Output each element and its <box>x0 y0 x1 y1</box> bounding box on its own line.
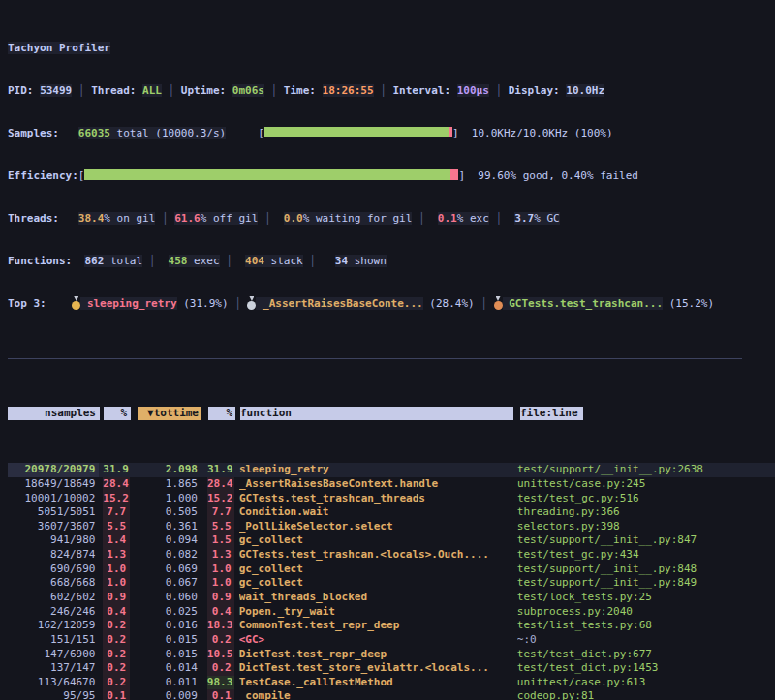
threads-line: Threads: 38.4% on gil │ 61.6% off gil │ … <box>8 212 775 227</box>
profile-table-body: 20978/2097931.92.09831.9sleeping_retryte… <box>8 463 775 700</box>
pct-direct-cell: 1.4 <box>103 533 130 548</box>
nsamples-cell: 95/95 <box>8 689 99 700</box>
pct-cumulative-cell: 31.9 <box>207 463 234 477</box>
table-row[interactable]: 113/646700.20.01198.3TestCase._callTestM… <box>8 676 775 690</box>
tottime-cell: 0.060 <box>137 591 200 605</box>
function-cell: DictTest.test_store_evilattr.<locals... <box>239 661 511 676</box>
table-row[interactable]: 3607/36075.50.3615.5_PollLikeSelector.se… <box>8 520 775 534</box>
tottime-cell: 0.015 <box>137 633 200 648</box>
nsamples-cell: 137/147 <box>8 661 99 676</box>
nsamples-cell: 941/980 <box>8 533 99 548</box>
file-line-cell: test/lock_tests.py:25 <box>517 591 775 605</box>
top3-line: Top 3: sleeping_retry (31.9%) │ _AssertR… <box>8 297 775 312</box>
function-cell: gc_collect <box>239 533 511 548</box>
pct-direct-cell: 0.9 <box>103 591 130 605</box>
function-cell: <GC> <box>239 633 511 648</box>
functions-stack: 404 <box>245 255 264 267</box>
efficiency-status: 99.60% good, 0.40% failed <box>478 169 638 182</box>
pct-direct-cell: 0.2 <box>103 661 130 676</box>
pct-cumulative-cell: 1.0 <box>207 576 234 591</box>
table-row[interactable]: 941/9801.40.0941.5gc_collecttest/support… <box>8 533 775 548</box>
column-header-tottime-sorted[interactable]: ▼tottime <box>138 407 201 421</box>
tottime-cell: 0.011 <box>137 676 200 690</box>
function-cell: Popen._try_wait <box>239 605 511 620</box>
nsamples-cell: 3607/3607 <box>8 520 99 534</box>
pct-direct-cell: 1.0 <box>103 576 130 591</box>
pct-cumulative-cell: 0.4 <box>207 605 234 620</box>
function-cell: Condition.wait <box>239 505 511 520</box>
top3-function: GCTests.test_trashcan... <box>509 297 663 310</box>
tottime-cell: 0.009 <box>137 689 200 700</box>
tottime-cell: 0.094 <box>137 533 200 548</box>
column-header-pct-direct[interactable]: % <box>104 407 131 421</box>
nsamples-cell: 151/151 <box>8 633 99 648</box>
function-cell: DictTest.test_repr_deep <box>239 648 511 662</box>
functions-line: Functions: 862 total │ 458 exec │ 404 st… <box>8 255 775 269</box>
off-gil-pct: 61.6 <box>174 212 201 225</box>
table-row[interactable]: 690/6901.00.0691.0gc_collecttest/support… <box>8 563 775 577</box>
nsamples-cell: 147/6900 <box>8 648 99 662</box>
column-header-nsamples[interactable]: nsamples <box>8 407 100 421</box>
pct-direct-cell: 7.7 <box>103 505 130 520</box>
column-header-file-line[interactable]: file:line <box>520 407 583 421</box>
table-row[interactable]: 137/1470.20.0140.2DictTest.test_store_ev… <box>8 661 775 676</box>
file-line-cell: test/test_gc.py:434 <box>517 548 775 563</box>
file-line-cell: threading.py:366 <box>517 505 775 520</box>
table-row[interactable]: 10001/1000215.21.00015.2GCTests.test_tra… <box>8 492 775 506</box>
column-header-pct-cumulative[interactable]: % <box>208 407 235 421</box>
tottime-cell: 1.865 <box>137 477 200 492</box>
tottime-cell: 0.015 <box>137 648 200 662</box>
tottime-cell: 0.069 <box>137 563 200 577</box>
column-header-function[interactable]: function <box>240 407 513 421</box>
functions-total: 862 <box>84 255 104 267</box>
table-row[interactable]: 5051/50517.70.5057.7Condition.waitthread… <box>8 505 775 520</box>
nsamples-cell: 824/874 <box>8 548 99 563</box>
table-row[interactable]: 20978/2097931.92.09831.9sleeping_retryte… <box>8 463 775 477</box>
file-line-cell: test/test_gc.py:516 <box>517 492 775 506</box>
table-row[interactable]: 95/950.10.0090.1_compilecodeop.py:81 <box>8 689 775 700</box>
nsamples-cell: 162/12059 <box>8 619 99 633</box>
table-row[interactable]: 147/69000.20.01510.5DictTest.test_repr_d… <box>8 648 775 662</box>
file-line-cell: unittest/case.py:245 <box>517 477 775 492</box>
pct-cumulative-cell: 0.2 <box>207 633 234 648</box>
tottime-cell: 0.361 <box>137 520 200 534</box>
pct-cumulative-cell: 0.9 <box>207 591 234 605</box>
file-line-cell: test/support/__init__.py:849 <box>517 576 775 591</box>
tottime-cell: 0.082 <box>137 548 200 563</box>
uptime-value: 0m06s <box>232 84 264 97</box>
function-cell: sleeping_retry <box>239 463 511 477</box>
file-line-cell: subprocess.py:2040 <box>517 605 775 620</box>
tottime-cell: 0.016 <box>137 619 200 633</box>
tottime-cell: 0.014 <box>137 661 200 676</box>
pct-cumulative-cell: 1.3 <box>207 548 234 563</box>
status-line: PID: 53499 │ Thread: ALL │ Uptime: 0m06s… <box>8 84 775 99</box>
function-cell: GCTests.test_trashcan_threads <box>239 492 511 506</box>
pct-direct-cell: 1.0 <box>103 563 130 577</box>
table-row[interactable]: 246/2460.40.0250.4Popen._try_waitsubproc… <box>8 605 775 620</box>
functions-exec: 458 <box>169 255 188 267</box>
table-row[interactable]: 602/6020.90.0600.9wait_threads_blockedte… <box>8 591 775 605</box>
pct-direct-cell: 0.2 <box>103 619 130 633</box>
time-value: 18:26:55 <box>323 84 374 97</box>
silver-medal-icon <box>247 297 256 309</box>
file-line-cell: codeop.py:81 <box>517 689 775 700</box>
table-row[interactable]: 151/1510.20.0150.2<GC>~:0 <box>8 633 775 648</box>
pct-direct-cell: 0.2 <box>103 676 130 690</box>
nsamples-cell: 113/64670 <box>8 676 99 690</box>
nsamples-cell: 602/602 <box>8 591 99 605</box>
pct-cumulative-cell: 1.0 <box>207 563 234 577</box>
table-row[interactable]: 18649/1864928.41.86528.4_AssertRaisesBas… <box>8 477 775 492</box>
table-row[interactable]: 668/6681.00.0671.0gc_collecttest/support… <box>8 576 775 591</box>
pct-direct-cell: 0.2 <box>103 633 130 648</box>
divider <box>8 358 742 364</box>
app-title: Tachyon Profiler <box>8 42 775 56</box>
file-line-cell: ~:0 <box>517 633 775 648</box>
file-line-cell: test/list_tests.py:68 <box>517 619 775 633</box>
function-cell: _PollLikeSelector.select <box>239 520 511 534</box>
table-row[interactable]: 824/8741.30.0821.3GCTests.test_trashcan.… <box>8 548 775 563</box>
table-row[interactable]: 162/120590.20.01618.3CommonTest.test_rep… <box>8 619 775 633</box>
function-cell: gc_collect <box>239 563 511 577</box>
bronze-medal-icon <box>494 297 503 309</box>
tottime-cell: 2.098 <box>137 463 200 477</box>
tachyon-profiler-terminal: Tachyon Profiler PID: 53499 │ Thread: AL… <box>0 0 775 700</box>
